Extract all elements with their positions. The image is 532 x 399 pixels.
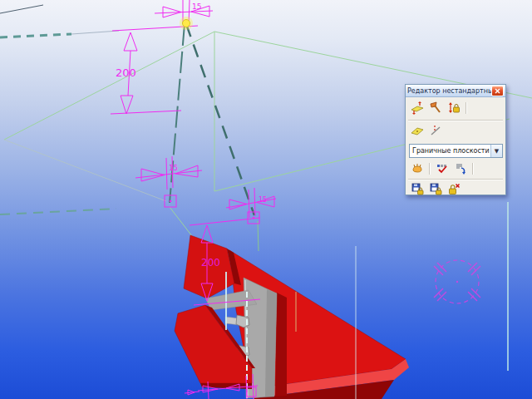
lock-delete-icon bbox=[447, 182, 461, 195]
toolbar-row-2 bbox=[409, 123, 444, 138]
toolbar-separator bbox=[429, 163, 431, 175]
sketch-line-button[interactable] bbox=[427, 123, 444, 139]
sketch-line-icon bbox=[429, 124, 442, 137]
plane-icon bbox=[411, 124, 424, 137]
hammer-button[interactable] bbox=[427, 101, 444, 116]
dimension-label[interactable]: 15 bbox=[192, 2, 201, 11]
save-lock-button[interactable] bbox=[409, 181, 426, 197]
toolbar-separator bbox=[472, 163, 474, 175]
hammer-icon bbox=[429, 101, 442, 115]
selected-point[interactable] bbox=[180, 17, 193, 30]
list-export-icon bbox=[454, 162, 467, 175]
close-x-icon bbox=[495, 88, 500, 94]
toolbar-separator bbox=[466, 102, 467, 114]
dialog-titlebar[interactable]: Редактор нестандартных ... bbox=[406, 85, 505, 97]
dropdown-value: Граничные плоскости bbox=[410, 147, 490, 155]
dimension-mid-15[interactable]: 15 bbox=[135, 156, 202, 207]
adjust-plane-icon bbox=[411, 101, 424, 115]
check-squares-button[interactable] bbox=[434, 161, 451, 177]
check-squares-icon bbox=[436, 162, 449, 175]
dimension-lock-button[interactable] bbox=[446, 101, 462, 116]
dialog-title: Редактор нестандартных ... bbox=[407, 87, 491, 95]
cad-viewport: 15 200 15 bbox=[0, 0, 532, 399]
adjust-plane-button[interactable] bbox=[409, 101, 426, 116]
dialog-separator bbox=[408, 120, 503, 121]
close-button[interactable] bbox=[491, 86, 504, 96]
save-lock-icon bbox=[411, 182, 424, 195]
save-as-lock-icon bbox=[429, 182, 442, 195]
dimension-right-15[interactable]: 15 bbox=[190, 188, 276, 225]
dimension-upper-200[interactable]: 200 bbox=[111, 26, 198, 114]
plane-type-dropdown[interactable]: Граничные плоскости ▼ bbox=[409, 144, 503, 158]
toolbar-row-4 bbox=[409, 181, 462, 196]
dimension-label[interactable]: 15 bbox=[169, 164, 178, 172]
hand-button[interactable] bbox=[409, 161, 426, 177]
toolbar-row-3 bbox=[409, 161, 475, 176]
dimension-label[interactable]: 200 bbox=[201, 257, 220, 268]
hand-icon bbox=[411, 162, 424, 175]
lock-delete-button[interactable] bbox=[446, 181, 462, 197]
save-as-lock-button[interactable] bbox=[427, 181, 444, 197]
member-axis-lines bbox=[170, 24, 254, 215]
bolt[interactable] bbox=[225, 315, 249, 328]
chevron-down-icon[interactable]: ▼ bbox=[490, 145, 502, 157]
dimension-lock-icon bbox=[447, 101, 461, 115]
workplane-circle[interactable] bbox=[434, 260, 480, 303]
custom-component-editor-dialog[interactable]: Редактор нестандартных ... bbox=[405, 84, 506, 195]
plane-button[interactable] bbox=[409, 123, 426, 139]
list-export-button[interactable] bbox=[452, 161, 469, 177]
dimension-label[interactable]: 15 bbox=[259, 196, 267, 204]
model-view-canvas[interactable]: 15 200 15 bbox=[0, 0, 532, 399]
dimension-label[interactable]: 200 bbox=[116, 66, 136, 79]
toolbar-row-1 bbox=[409, 101, 469, 116]
